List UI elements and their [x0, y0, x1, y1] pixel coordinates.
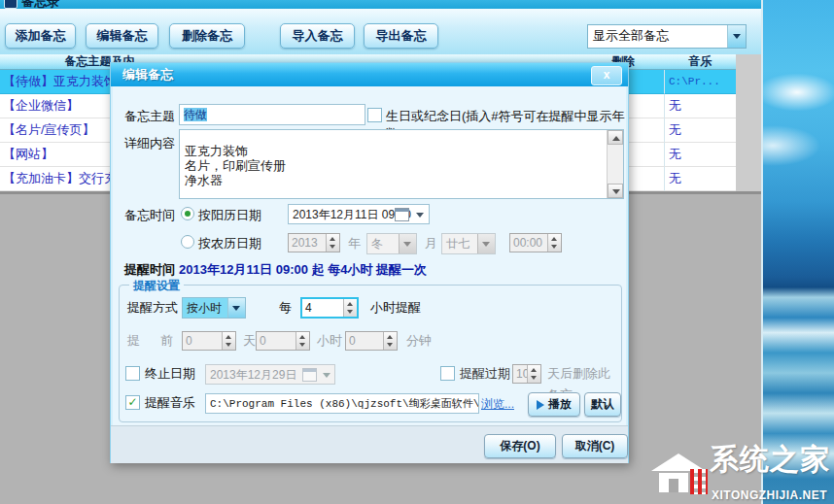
lunar-month-unit: 月 — [425, 235, 437, 252]
stepper-arrows-icon[interactable] — [547, 234, 561, 252]
lunar-month-select[interactable]: 冬 — [366, 233, 417, 254]
stepper-arrows-icon[interactable] — [383, 332, 397, 350]
dialog-titlebar[interactable]: 编辑备忘 x — [111, 63, 628, 86]
watermark-title: 系统之家 — [710, 440, 830, 480]
xitongzhijia-watermark: 系统之家 XITONGZHIJIA.NET — [651, 438, 832, 502]
chevron-down-icon[interactable] — [227, 298, 245, 318]
lunar-year-stepper[interactable]: 2013 — [288, 233, 340, 252]
play-button[interactable]: 播放 — [528, 392, 580, 417]
every-label: 每 — [279, 297, 292, 319]
music-label: 提醒音乐 — [145, 392, 195, 414]
remind-settings-label: 提醒设置 — [129, 278, 184, 294]
row-music: C:\Pr... — [665, 70, 737, 94]
chevron-down-icon — [323, 373, 330, 378]
stepper-arrows-icon[interactable] — [527, 365, 540, 383]
ahead-hours-unit: 小时 — [317, 330, 342, 352]
end-date-input[interactable]: 2013年12月29日 — [205, 364, 335, 385]
end-date-label: 终止日期 — [145, 363, 195, 385]
lunar-year-unit: 年 — [348, 235, 361, 252]
ahead-label-2: 前 — [160, 330, 173, 352]
dialog-footer: 保存(O) 取消(C) — [111, 425, 628, 463]
content-value: 亚克力装饰 名片，印刷宣传册 净水器 — [185, 144, 604, 187]
memo-filter-value: 显示全部备忘 — [593, 25, 669, 47]
close-icon[interactable]: x — [591, 66, 622, 85]
row-music: 无 — [665, 118, 737, 143]
toolbar: 添加备忘 编辑备忘 删除备忘 导入备忘 导出备忘 显示全部备忘 — [0, 9, 761, 55]
lunar-date-label: 按农历日期 — [198, 235, 261, 252]
save-button[interactable]: 保存(O) — [484, 434, 556, 458]
remind-mode-label: 提醒方式 — [127, 297, 178, 319]
content-scrollbar[interactable] — [607, 130, 623, 198]
music-checkbox[interactable]: ✓ — [125, 395, 140, 410]
row-music: 无 — [665, 167, 737, 191]
birthday-checkbox[interactable] — [367, 108, 382, 122]
stepper-arrows-icon[interactable] — [343, 299, 357, 317]
expire-days-stepper[interactable]: 10 — [512, 364, 541, 384]
ahead-hours-stepper[interactable]: 0 — [256, 331, 310, 351]
lunar-time-value: 00:00 — [513, 234, 542, 252]
ahead-days-stepper[interactable]: 0 — [182, 331, 236, 351]
solar-date-input[interactable]: 2013年12月11日 09:00 — [288, 204, 430, 224]
export-memo-button[interactable]: 导出备忘 — [364, 23, 438, 49]
ahead-hours-value: 0 — [260, 332, 266, 350]
expire-checkbox[interactable] — [440, 366, 455, 381]
screen: 备忘录 添加备忘 编辑备忘 删除备忘 导入备忘 导出备忘 显示全部备忘 备忘主题… — [0, 0, 834, 504]
music-path-input[interactable]: C:\Program Files (x86)\qjzsoft\绚彩桌面软件\ — [205, 393, 479, 414]
lunar-month-value: 冬 — [371, 234, 383, 253]
end-date-value: 2013年12月29日 — [210, 368, 296, 382]
subject-input[interactable]: 待做 — [179, 104, 365, 125]
stepper-arrows-icon[interactable] — [222, 332, 235, 350]
interval-value: 4 — [305, 299, 312, 317]
default-button[interactable]: 默认 — [584, 392, 621, 417]
lunar-time-stepper[interactable]: 00:00 — [509, 233, 562, 252]
lunar-day-select[interactable]: 廿七 — [441, 233, 496, 254]
row-music: 无 — [665, 143, 737, 167]
scroll-up-icon[interactable] — [608, 130, 623, 145]
remind-mode-select[interactable]: 按小时 — [182, 297, 246, 319]
play-label: 播放 — [548, 397, 572, 411]
lunar-year-value: 2013 — [292, 234, 318, 252]
remind-time-value: 2013年12月11日 09:00 起 每4小时 提醒一次 — [179, 261, 427, 279]
col-music-header[interactable]: 音乐 — [665, 54, 737, 70]
remind-time-label: 提醒时间 — [124, 261, 175, 279]
table-side-strip — [736, 54, 761, 194]
stepper-arrows-icon[interactable] — [295, 332, 309, 350]
ahead-mins-stepper[interactable]: 0 — [345, 331, 398, 351]
edit-memo-dialog: 编辑备忘 x 备忘主题 待做 生日或纪念日(插入#符号可在提醒中显示年数) 详细… — [110, 62, 629, 463]
end-date-checkbox[interactable] — [125, 366, 140, 381]
main-titlebar[interactable]: 备忘录 — [0, 0, 761, 9]
solar-date-label: 按阳历日期 — [198, 207, 261, 224]
calendar-icon — [302, 368, 317, 382]
cancel-button[interactable]: 取消(C) — [562, 434, 628, 458]
house-logo-icon — [651, 454, 706, 492]
solar-date-radio[interactable] — [181, 207, 194, 220]
dialog-title: 编辑备忘 — [122, 66, 173, 84]
import-memo-button[interactable]: 导入备忘 — [280, 23, 355, 49]
chevron-down-icon[interactable] — [727, 25, 746, 48]
ahead-days-value: 0 — [186, 332, 192, 350]
music-path-value: C:\Program Files (x86)\qjzsoft\绚彩桌面软件\ — [210, 398, 479, 410]
play-icon — [537, 400, 544, 410]
chevron-down-icon[interactable] — [399, 234, 416, 253]
interval-stepper[interactable]: 4 — [300, 297, 359, 319]
subject-label: 备忘主题 — [124, 108, 175, 125]
content-label: 详细内容 — [124, 135, 175, 152]
ahead-days-unit: 天 — [243, 330, 256, 352]
chevron-down-icon[interactable] — [477, 234, 495, 253]
chevron-down-icon — [416, 213, 424, 218]
lunar-date-radio[interactable] — [181, 235, 194, 249]
scroll-down-icon[interactable] — [608, 184, 623, 198]
interval-unit-label: 小时提醒 — [370, 297, 421, 319]
add-memo-button[interactable]: 添加备忘 — [5, 23, 76, 49]
memo-filter-select[interactable]: 显示全部备忘 — [587, 24, 747, 49]
browse-link[interactable]: 浏览... — [481, 396, 514, 413]
app-icon — [4, 0, 17, 9]
delete-memo-button[interactable]: 删除备忘 — [169, 23, 245, 49]
edit-memo-button[interactable]: 编辑备忘 — [86, 23, 158, 49]
watermark-url: XITONGZHIJIA.NET — [712, 488, 827, 502]
stepper-arrows-icon[interactable] — [326, 234, 339, 252]
calendar-icon[interactable] — [395, 208, 409, 221]
ahead-label-1: 提 — [127, 330, 140, 352]
ahead-mins-unit: 分钟 — [406, 330, 432, 352]
content-textarea[interactable]: 亚克力装饰 名片，印刷宣传册 净水器 — [179, 129, 624, 199]
